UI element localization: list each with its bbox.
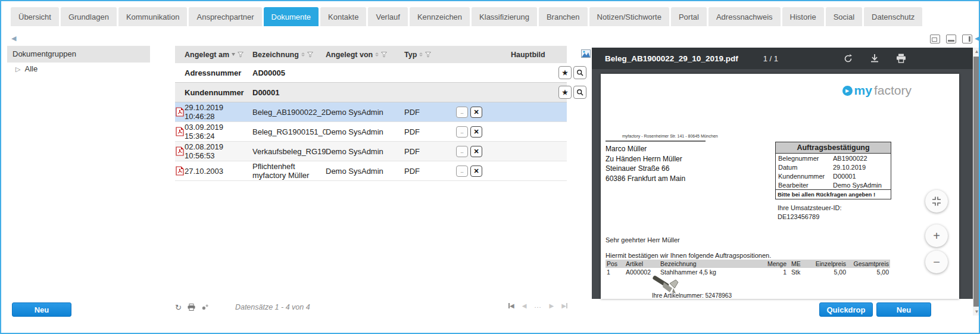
column-header-angelegt-von[interactable]: Angelegt von <box>326 51 404 59</box>
more-options-button[interactable]: .. <box>456 146 468 157</box>
tab[interactable]: Verlauf <box>368 7 407 26</box>
quickdrop-button[interactable]: Quickdrop <box>819 302 873 317</box>
tab-bar: Übersicht Grundlagen Kommunikation Anspr… <box>11 7 922 26</box>
tab[interactable]: Social <box>826 7 862 26</box>
tab[interactable]: Portal <box>671 7 707 26</box>
tab[interactable]: Datenschutz <box>864 7 922 26</box>
tab[interactable]: Dokumente <box>264 7 319 26</box>
favorite-button[interactable]: ★ <box>558 86 572 99</box>
filter-icon[interactable] <box>381 52 387 57</box>
info-box-footer: Bitte bei allen Rückfragen angeben ! <box>776 189 891 199</box>
info-row: Datum29.10.2019 <box>776 163 891 171</box>
info-row: BearbeiterDemo SysAdmin <box>776 180 891 189</box>
last-page-icon[interactable]: ▶ <box>561 302 567 309</box>
print-icon[interactable] <box>896 54 906 63</box>
tab[interactable]: Klassifizierung <box>472 7 537 26</box>
window-restore-icon[interactable] <box>930 35 940 43</box>
fit-to-page-button[interactable] <box>925 190 948 213</box>
vertical-scrollbar[interactable]: ▲ ▼ <box>973 48 980 316</box>
cell-angelegt-von: Demo SysAdmin <box>326 108 404 117</box>
cell-angelegt-von: Demo SysAdmin <box>326 147 404 156</box>
tab[interactable]: Historie <box>782 7 824 26</box>
settings-icon[interactable] <box>201 304 209 311</box>
more-options-button[interactable]: .. <box>456 126 468 138</box>
tree-expander-icon[interactable]: ▷ <box>15 65 20 73</box>
new-document-button[interactable]: Neu <box>12 302 71 317</box>
delete-button[interactable]: ✕ <box>470 166 482 177</box>
filter-icon[interactable] <box>307 52 313 57</box>
delete-button[interactable]: ✕ <box>470 126 482 138</box>
pdf-file-icon <box>176 146 184 156</box>
zoom-in-button[interactable]: + <box>925 224 948 247</box>
group-row[interactable]: Adressnummer AD00005 ★ <box>175 63 567 83</box>
document-table: Angelegt am Bezeichnung Angelegt von Typ… <box>175 46 592 181</box>
collapse-sidebar-icon[interactable]: ◀ <box>11 35 16 42</box>
rotate-icon[interactable] <box>843 54 853 64</box>
table-row[interactable]: 03.09.2019 15:36:24 Beleg_RG1900151_03_0… <box>175 122 567 142</box>
star-icon: ★ <box>562 69 568 77</box>
group-value: AD00005 <box>252 68 326 77</box>
sort-desc-icon[interactable] <box>232 53 235 56</box>
scroll-down-icon[interactable]: ▼ <box>975 308 979 316</box>
cell-angelegt-von: Demo SysAdmin <box>326 127 404 136</box>
app-window: Übersicht Grundlagen Kommunikation Anspr… <box>0 0 980 334</box>
minus-icon: − <box>933 255 940 269</box>
print-icon[interactable] <box>188 304 195 311</box>
star-icon: ★ <box>562 89 568 96</box>
search-button[interactable] <box>573 86 586 99</box>
sort-icon[interactable] <box>301 52 305 57</box>
previous-page-icon[interactable]: ◀ <box>522 302 527 309</box>
column-header-bezeichnung[interactable]: Bezeichnung <box>252 51 326 59</box>
article-number-note: Ihre Artikelnummer: 52478963 <box>652 292 732 299</box>
first-page-icon[interactable]: ◀ <box>508 302 514 309</box>
tab[interactable]: Kontakte <box>320 7 366 26</box>
delete-button[interactable]: ✕ <box>470 146 482 157</box>
pdf-file-icon <box>176 127 184 136</box>
tab[interactable]: Notizen/Stichworte <box>589 7 669 26</box>
tab[interactable]: Adressnachweis <box>709 7 781 26</box>
pdf-page-indicator: 1 / 1 <box>763 54 778 63</box>
dock-right-icon[interactable] <box>962 35 972 43</box>
group-row[interactable]: Kundennummer D00001 ★ <box>175 83 567 102</box>
salutation: Sehr geehrter Herr Müller <box>606 236 680 244</box>
favorite-button[interactable]: ★ <box>558 66 572 79</box>
table-row[interactable]: 27.10.2003 Pflichtenheft myfactory Mülle… <box>175 161 567 181</box>
filter-icon[interactable] <box>238 52 244 57</box>
scroll-up-icon[interactable]: ▲ <box>975 48 979 55</box>
column-header-typ[interactable]: Typ <box>404 51 456 59</box>
column-header-angelegt-am[interactable]: Angelegt am <box>185 51 252 59</box>
tab[interactable]: Kennzeichen <box>410 7 470 26</box>
refresh-icon[interactable]: ↻ <box>175 303 182 312</box>
more-options-button[interactable]: .. <box>456 166 468 177</box>
tab[interactable]: Branchen <box>539 7 588 26</box>
sort-icon[interactable] <box>375 52 379 57</box>
sort-icon[interactable] <box>419 52 423 57</box>
delete-button[interactable]: ✕ <box>470 107 482 118</box>
table-footer: ↻ Datensätze 1 - 4 von 4 ◀ ◀ ... ▶ ▶ <box>175 301 592 314</box>
download-icon[interactable] <box>870 54 879 63</box>
next-page-icon[interactable]: ▶ <box>550 302 554 309</box>
collapse-panel-icon[interactable]: ◀ <box>975 35 979 42</box>
table-row[interactable]: 29.10.2019 10:46:28 Beleg_AB1900022_29_1… <box>175 102 567 122</box>
tab[interactable]: Ansprechpartner <box>189 7 261 26</box>
zoom-out-button[interactable]: − <box>925 251 948 273</box>
dock-bottom-icon[interactable] <box>946 35 956 43</box>
pdf-toolbar: Beleg_AB1900022_29_10_2019.pdf 1 / 1 <box>592 48 973 69</box>
table-row[interactable]: 02.08.2019 10:56:53 Verkaufsbeleg_RG1900… <box>175 142 567 161</box>
search-button[interactable] <box>573 66 586 79</box>
main-image-icon[interactable] <box>581 49 591 58</box>
more-options-button[interactable]: .. <box>456 107 468 118</box>
close-icon: ✕ <box>473 108 479 116</box>
tab[interactable]: Kommunikation <box>118 7 188 26</box>
tab[interactable]: Übersicht <box>11 7 59 26</box>
tab[interactable]: Grundlagen <box>61 7 117 26</box>
new-button-right[interactable]: Neu <box>876 302 931 317</box>
cell-typ: PDF <box>404 127 456 136</box>
pdf-file-icon <box>176 166 184 176</box>
page-ellipsis: ... <box>534 302 541 309</box>
cell-angelegt-am: 27.10.2003 <box>185 167 252 176</box>
column-header-hauptbild: Hauptbild <box>486 51 567 59</box>
scrollbar-thumb[interactable] <box>973 57 980 307</box>
filter-icon[interactable] <box>425 52 431 57</box>
sidebar-item-alle[interactable]: ▷Alle <box>15 64 38 73</box>
